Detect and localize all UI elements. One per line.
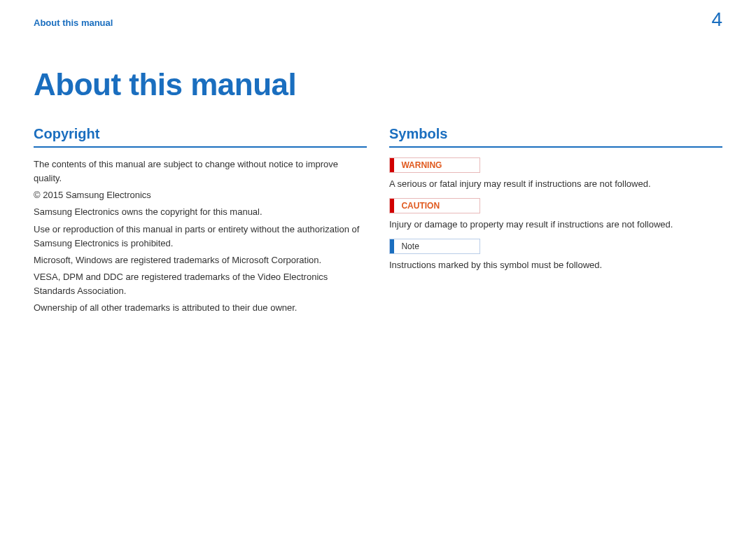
copyright-para: © 2015 Samsung Electronics	[34, 188, 367, 202]
copyright-para: The contents of this manual are subject …	[34, 157, 367, 185]
copyright-para: Ownership of all other trademarks is att…	[34, 301, 367, 315]
warning-bar-icon	[390, 158, 394, 172]
caution-text: Injury or damage to property may result …	[389, 218, 722, 232]
note-bar-icon	[390, 239, 394, 253]
note-text: Instructions marked by this symbol must …	[389, 258, 722, 272]
page: About this manual 4 About this manual Co…	[0, 0, 756, 534]
section-title-copyright: Copyright	[34, 126, 367, 148]
note-box: Note	[389, 239, 480, 254]
running-head: About this manual	[34, 17, 113, 28]
symbol-row-note: Note Instructions marked by this symbol …	[389, 239, 722, 272]
symbol-row-warning: WARNING A serious or fatal injury may re…	[389, 157, 722, 191]
right-column: Symbols WARNING A serious or fatal injur…	[389, 126, 722, 318]
copyright-para: Use or reproduction of this manual in pa…	[34, 223, 367, 251]
copyright-para: Samsung Electronics owns the copyright f…	[34, 205, 367, 219]
page-header: About this manual 4	[34, 8, 722, 31]
copyright-para: VESA, DPM and DDC are registered tradema…	[34, 270, 367, 298]
warning-box: WARNING	[389, 157, 480, 173]
warning-text: A serious or fatal injury may result if …	[389, 177, 722, 191]
content-columns: Copyright The contents of this manual ar…	[34, 126, 722, 318]
caution-label: CAUTION	[397, 199, 440, 213]
note-label: Note	[397, 239, 419, 253]
page-number: 4	[711, 8, 722, 31]
left-column: Copyright The contents of this manual ar…	[34, 126, 367, 318]
caution-box: CAUTION	[389, 198, 480, 213]
chapter-title: About this manual	[34, 67, 722, 102]
caution-bar-icon	[390, 199, 394, 213]
copyright-para: Microsoft, Windows are registered tradem…	[34, 253, 367, 267]
section-title-symbols: Symbols	[389, 126, 722, 148]
warning-label: WARNING	[397, 158, 442, 172]
symbol-row-caution: CAUTION Injury or damage to property may…	[389, 198, 722, 232]
